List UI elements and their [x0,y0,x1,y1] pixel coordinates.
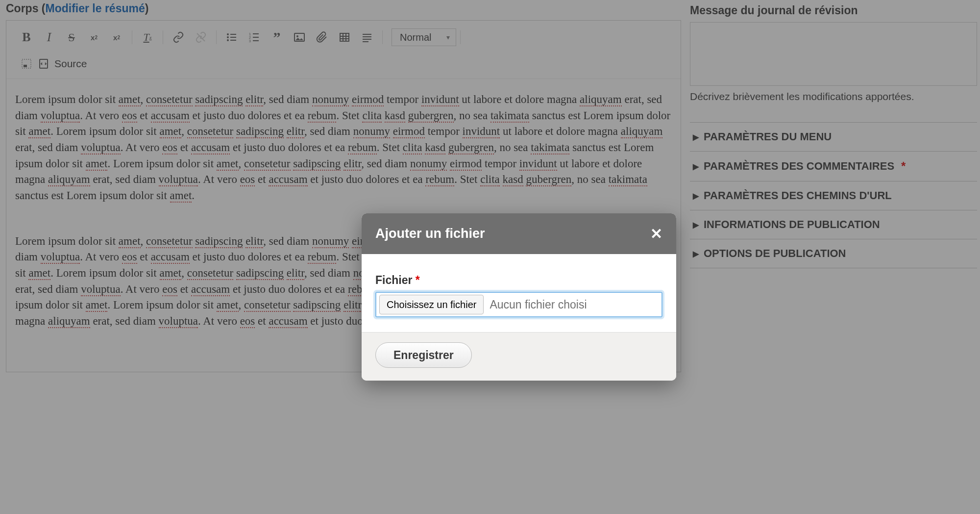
save-button[interactable]: Enregistrer [375,342,472,368]
modal-title: Ajouter un fichier [375,226,485,241]
file-label-text: Fichier [375,274,412,286]
file-input[interactable]: Choisissez un fichier Aucun fichier choi… [375,292,662,317]
file-status-text: Aucun fichier choisi [490,298,587,311]
file-field-label: Fichier * [375,274,662,287]
modal-footer: Enregistrer [362,332,676,381]
modal-body: Fichier * Choisissez un fichier Aucun fi… [362,254,676,332]
required-mark: * [416,274,420,286]
modal-close-button[interactable]: ✕ [650,225,662,242]
add-file-modal: Ajouter un fichier ✕ Fichier * Choisisse… [362,213,676,381]
choose-file-button[interactable]: Choisissez un fichier [379,295,484,314]
modal-header: Ajouter un fichier ✕ [362,213,676,254]
close-icon: ✕ [650,226,662,242]
